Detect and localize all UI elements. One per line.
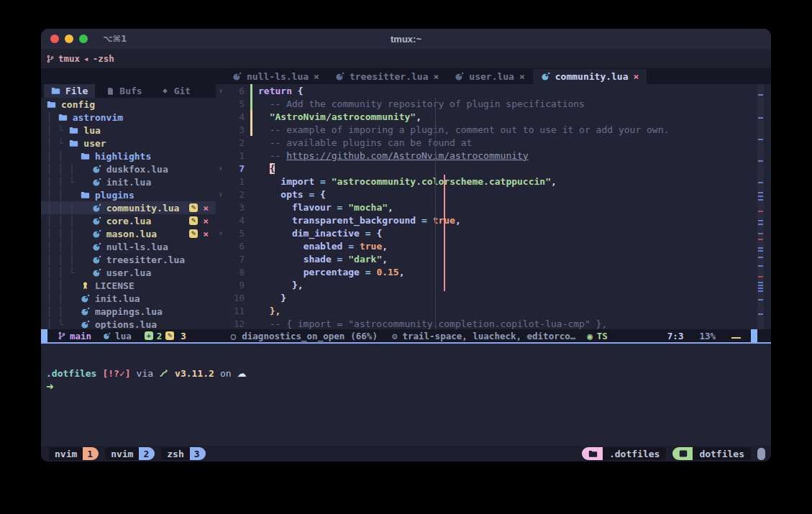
fold-arrow-icon[interactable]: ∨	[216, 88, 226, 94]
tree-item-init.lua[interactable]: │ │ └ init.lua	[41, 175, 216, 188]
modified-pencil-icon: ✎	[189, 229, 198, 238]
minimap-mark	[758, 250, 763, 252]
tree-item-LICENSE[interactable]: │ │ LICENSE	[41, 279, 216, 292]
tree-indent-guides: │ │	[47, 306, 81, 317]
window-controls[interactable]	[50, 35, 88, 43]
fold-arrow-icon[interactable]: ∨	[216, 230, 226, 237]
tree-item-plugins[interactable]: │ │ plugins	[41, 188, 216, 201]
session-fork-icon	[46, 55, 55, 63]
minimap-scrollbar[interactable]	[757, 84, 764, 329]
tree-item-lua[interactable]: │ └ lua	[41, 124, 216, 137]
tree-indent-guides: │ │ │	[47, 254, 92, 265]
git-changed-count: 3	[181, 331, 186, 341]
tree-item-core.lua[interactable]: │ │ │ core.lua✎×	[41, 214, 216, 227]
close-buffer-icon[interactable]: ×	[634, 71, 639, 82]
code-line[interactable]: 3 flavour = "mocha",	[216, 201, 771, 214]
close-buffer-icon[interactable]: ×	[314, 71, 319, 82]
tree-item-label: mappings.lua	[95, 306, 163, 317]
tree-indent-guides: │ │ └	[47, 267, 92, 278]
buffer-tab-community.lua[interactable]: community.lua×	[533, 69, 647, 84]
treesitter-icon: ◉	[587, 331, 593, 341]
sidebar-tab-bufs[interactable]: Bufs	[99, 84, 149, 98]
minimap-mark	[758, 282, 763, 283]
lua-icon	[92, 165, 101, 174]
tree-item-init.lua[interactable]: │ │ init.lua	[41, 292, 216, 305]
line-number: 4	[226, 111, 245, 122]
line-number: 4	[226, 215, 245, 226]
fold-arrow-icon[interactable]: ∨	[216, 165, 226, 172]
tree-item-astronvim[interactable]: │ astronvim	[41, 111, 216, 124]
terminal-tab[interactable]: tmux ◂ -zsh	[46, 53, 114, 64]
line-number: 6	[226, 86, 245, 96]
line-number: 9	[226, 280, 245, 290]
code-line[interactable]: 10 }	[216, 291, 771, 304]
code-line[interactable]: ∨6return {	[216, 84, 771, 97]
git-sign-column	[250, 123, 252, 136]
code-line[interactable]: 5 -- Add the community repository of plu…	[216, 97, 771, 110]
code-line[interactable]: 1 import = "astrocommunity.colorscheme.c…	[216, 175, 771, 188]
code-line[interactable]: 1 -- https://github.com/AstroNvim/astroc…	[216, 149, 771, 162]
tree-item-mappings.lua[interactable]: │ │ mappings.lua	[41, 305, 216, 318]
code-line[interactable]: 8 percentage = 0.15,	[216, 265, 771, 278]
tree-indent-guides: │ │ │	[47, 216, 92, 226]
tree-item-mason.lua[interactable]: │ │ │ mason.lua✎×	[41, 227, 216, 240]
code-line[interactable]: 4 transparent_background = true,	[216, 214, 771, 226]
tree-indent-guides: │ │	[47, 151, 81, 162]
lua-file-icon	[103, 332, 111, 340]
minimap-mark	[758, 117, 763, 119]
buffer-tab-treesitter.lua[interactable]: treesitter.lua×	[327, 69, 447, 84]
code-line[interactable]: ∨2 opts = {	[216, 188, 771, 201]
editor-area[interactable]: ∨6return {5 -- Add the community reposit…	[216, 84, 771, 329]
buffer-tab-user.lua[interactable]: user.lua×	[447, 69, 532, 84]
tmux-window-1[interactable]: nvim1	[49, 447, 99, 460]
tree-item-duskfox.lua[interactable]: │ │ │ duskfox.lua	[41, 162, 216, 175]
code-line[interactable]: 3 -- example of imporing a plugin, comme…	[216, 123, 771, 136]
fold-arrow-icon[interactable]: ∨	[216, 191, 226, 198]
wrench-icon: ⚙	[392, 331, 398, 341]
sidebar-tab-file[interactable]: File	[44, 84, 95, 98]
tmux-window-2[interactable]: nvim2	[105, 447, 155, 460]
tree-item-treesitter.lua[interactable]: │ │ │ treesitter.lua	[41, 253, 216, 266]
close-buffer-icon[interactable]: ×	[519, 71, 525, 82]
lua-icon	[81, 294, 90, 303]
code-line[interactable]: 12 -- { import = "astrocommunity.complet…	[216, 317, 771, 329]
git-sign-column	[250, 265, 252, 278]
git-branch-widget[interactable]: main	[58, 331, 91, 341]
tree-item-label: mason.lua	[106, 229, 157, 239]
sidebar-tab-git[interactable]: Git	[154, 84, 198, 98]
tree-item-highlights[interactable]: │ │ highlights	[41, 150, 216, 162]
line-number: 7	[226, 254, 245, 265]
code-line[interactable]: 2 -- available plugins can be found at	[216, 136, 771, 149]
code-line[interactable]: 11 },	[216, 304, 771, 317]
buffer-tab-null-ls.lua[interactable]: null-ls.lua×	[224, 69, 327, 84]
minimap-mark	[758, 199, 763, 201]
tree-item-community.lua[interactable]: │ │ │ community.lua✎×	[41, 201, 216, 214]
minimap-mark	[758, 196, 763, 197]
code-line[interactable]: 7 shade = "dark",	[216, 252, 771, 265]
code-line[interactable]: 6 enabled = true,	[216, 239, 771, 252]
tree-item-options.lua[interactable]: │ └ options.lua	[41, 318, 216, 329]
close-buffer-icon[interactable]: ×	[434, 71, 439, 82]
line-number: 8	[226, 267, 245, 277]
close-window-button[interactable]	[50, 35, 59, 43]
prompt-arrow[interactable]: ➜	[46, 381, 771, 394]
lua-file-icon	[335, 72, 345, 81]
tree-item-user.lua[interactable]: │ │ └ user.lua	[41, 266, 216, 279]
zoom-window-button[interactable]	[79, 35, 88, 43]
tree-item-config[interactable]: config	[41, 98, 216, 111]
lua-icon	[92, 268, 101, 277]
unstaged-x-icon: ×	[203, 229, 209, 239]
lua-file-icon	[232, 72, 242, 81]
code-line[interactable]: ∨7 {	[216, 162, 771, 175]
zsh-pane[interactable]: .dotfiles [!?✓] via v3.11.2 on ☁ ➜	[41, 344, 771, 446]
tree-item-null-ls.lua[interactable]: │ │ │ null-ls.lua	[41, 240, 216, 253]
git-added-icon: +	[145, 331, 153, 340]
minimap-mark	[758, 285, 763, 286]
code-line[interactable]: 4 "AstroNvim/astrocommunity",	[216, 110, 771, 123]
code-line[interactable]: 9 },	[216, 278, 771, 291]
minimap-mark	[758, 299, 763, 300]
tree-item-user[interactable]: │ └ user	[41, 137, 216, 150]
minimize-window-button[interactable]	[65, 35, 73, 43]
tmux-window-3[interactable]: zsh3	[161, 447, 205, 460]
code-line[interactable]: ∨5 dim_inactive = {	[216, 226, 771, 239]
